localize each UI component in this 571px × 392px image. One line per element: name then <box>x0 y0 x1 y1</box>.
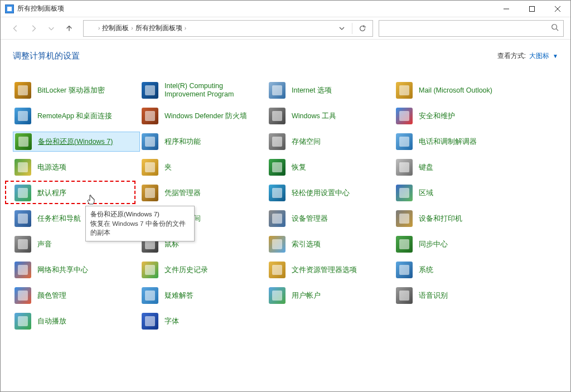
item-label: 夹 <box>164 163 172 172</box>
maximize-icon <box>529 6 535 12</box>
address-dropdown-button[interactable] <box>335 22 349 35</box>
arrow-left-icon <box>12 25 20 32</box>
control-panel-item[interactable]: 备份和还原(Windows 7) <box>13 132 140 152</box>
svg-rect-1 <box>530 6 535 11</box>
search-input[interactable] <box>384 24 551 33</box>
chevron-down-icon <box>47 25 55 32</box>
control-panel-item[interactable]: 轻松使用设置中心 <box>267 183 394 203</box>
control-panel-item[interactable]: 文件历史记录 <box>140 260 267 280</box>
defender-icon <box>141 107 159 125</box>
programs-icon <box>141 133 159 151</box>
item-label: RemoteApp 和桌面连接 <box>37 112 112 120</box>
control-panel-item[interactable]: 文件资源管理器选项 <box>267 260 394 280</box>
control-panel-item[interactable]: 键盘 <box>394 157 521 177</box>
system-icon <box>395 261 413 279</box>
control-panel-item[interactable]: 设备管理器 <box>267 209 394 229</box>
item-label: 文件历史记录 <box>164 266 208 274</box>
phone-modem-icon <box>395 133 413 151</box>
control-panel-item[interactable]: 存储空间 <box>267 132 394 152</box>
window-title: 所有控制面板项 <box>17 4 493 13</box>
control-panel-item[interactable]: Intel(R) Computing Improvement Program <box>140 80 267 100</box>
recent-locations-button[interactable] <box>43 20 60 37</box>
fonts-icon <box>141 312 159 330</box>
chevron-down-icon <box>339 26 345 31</box>
control-panel-item[interactable]: 区域 <box>394 183 521 203</box>
control-panel-item[interactable]: 电话和调制解调器 <box>394 132 521 152</box>
control-panel-item[interactable]: 设备和打印机 <box>394 209 521 229</box>
maximize-button[interactable] <box>519 1 545 17</box>
control-panel-item[interactable]: 夹 <box>140 157 267 177</box>
default-programs-icon <box>14 184 32 202</box>
control-panel-item[interactable]: 字体 <box>140 311 267 331</box>
control-panel-app-icon <box>5 4 14 13</box>
control-panel-item[interactable]: 索引选项 <box>267 234 394 254</box>
breadcrumb-control-panel[interactable]: 控制面板 <box>102 23 129 33</box>
keyboard-icon <box>395 158 413 176</box>
control-panel-item[interactable]: Windows 工具 <box>267 106 394 126</box>
divider <box>352 23 352 34</box>
devices-printers-icon <box>395 210 413 228</box>
forward-button[interactable] <box>25 20 42 37</box>
item-label: 键盘 <box>419 163 433 172</box>
tooltip: 备份和还原(Windows 7) 恢复在 Windows 7 中备份的文件的副本 <box>85 206 195 241</box>
item-label: 区域 <box>419 189 433 197</box>
region-icon <box>395 184 413 202</box>
control-panel-item[interactable]: 同步中心 <box>394 234 521 254</box>
control-panel-item[interactable]: 系统 <box>394 260 521 280</box>
control-panel-item[interactable]: 安全和维护 <box>394 106 521 126</box>
svg-line-5 <box>557 29 559 31</box>
control-panel-item[interactable]: 自动播放 <box>13 311 140 331</box>
control-panel-item[interactable]: 用户帐户 <box>267 285 394 306</box>
control-panel-item[interactable]: BitLocker 驱动器加密 <box>13 80 140 100</box>
item-label: Intel(R) Computing Improvement Program <box>164 82 264 99</box>
search-icon <box>551 23 559 33</box>
item-label: 索引选项 <box>292 240 321 249</box>
control-panel-item[interactable]: 程序和功能 <box>140 132 267 152</box>
folder-icon <box>141 158 159 176</box>
device-manager-icon <box>268 210 286 228</box>
remoteapp-icon <box>14 107 32 125</box>
breadcrumb-separator: › <box>185 25 186 31</box>
minimize-button[interactable] <box>493 1 519 17</box>
close-button[interactable] <box>545 1 570 17</box>
control-panel-item[interactable]: 恢复 <box>267 157 394 177</box>
titlebar: 所有控制面板项 <box>1 1 570 17</box>
control-panel-item[interactable]: RemoteApp 和桌面连接 <box>13 106 140 126</box>
breadcrumb-separator: › <box>131 25 133 31</box>
control-panel-item[interactable]: 默认程序 <box>13 183 140 203</box>
control-panel-item[interactable]: 颜色管理 <box>13 285 140 306</box>
internet-options-icon <box>268 81 286 99</box>
speech-icon <box>395 287 413 304</box>
item-label: Mail (Microsoft Outlook) <box>419 86 492 95</box>
content-header: 调整计算机的设置 查看方式: 大图标 ▼ <box>13 51 558 61</box>
control-panel-item[interactable]: 语音识别 <box>394 285 521 306</box>
control-panel-item[interactable]: Mail (Microsoft Outlook) <box>394 80 521 100</box>
item-label: 恢复 <box>292 163 306 172</box>
item-label: 声音 <box>37 240 52 249</box>
breadcrumb-all-items[interactable]: 所有控制面板项 <box>136 23 182 33</box>
control-panel-item[interactable]: 疑难解答 <box>140 285 267 306</box>
control-panel-item[interactable]: Windows Defender 防火墙 <box>140 106 267 126</box>
control-panel-item[interactable]: 凭据管理器 <box>140 183 267 203</box>
item-label: Internet 选项 <box>292 86 332 95</box>
svg-point-4 <box>552 25 557 30</box>
recovery-icon <box>268 158 286 176</box>
intel-icon <box>141 81 159 99</box>
chevron-down-icon: ▼ <box>553 53 558 59</box>
view-by-value[interactable]: 大图标 <box>529 51 549 61</box>
control-panel-item[interactable]: Internet 选项 <box>267 80 394 100</box>
item-label: 轻松使用设置中心 <box>292 189 350 197</box>
refresh-button[interactable] <box>356 22 369 35</box>
back-button[interactable] <box>7 20 24 37</box>
view-by-control[interactable]: 查看方式: 大图标 ▼ <box>497 51 558 61</box>
control-panel-item[interactable]: 网络和共享中心 <box>13 260 140 280</box>
up-button[interactable] <box>61 20 78 37</box>
item-label: BitLocker 驱动器加密 <box>37 86 105 95</box>
control-panel-item[interactable]: 电源选项 <box>13 157 140 177</box>
item-label: 任务栏和导航 <box>37 215 81 223</box>
address-bar[interactable]: › 控制面板 › 所有控制面板项 › <box>83 20 373 37</box>
search-box[interactable] <box>379 20 564 37</box>
navigation-bar: › 控制面板 › 所有控制面板项 › <box>1 17 570 40</box>
item-label: 疑难解答 <box>164 292 193 300</box>
window-controls <box>493 1 570 17</box>
